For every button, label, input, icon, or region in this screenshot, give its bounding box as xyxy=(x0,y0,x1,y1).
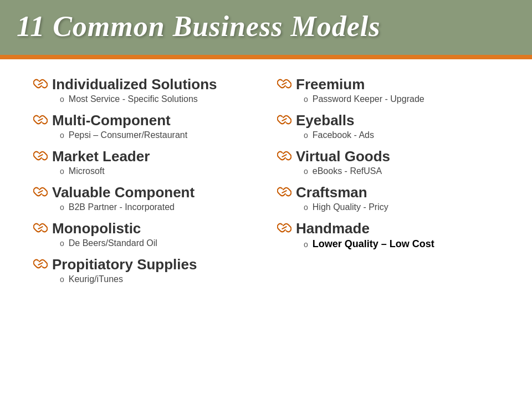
sub-bullet-eyeballs: o xyxy=(304,131,308,140)
main-item-craftsman: Craftsman xyxy=(277,184,510,201)
item-group-craftsman: CraftsmanoHigh Quality - Pricy xyxy=(277,184,510,212)
link-icon-individualized-solutions xyxy=(33,78,48,92)
sub-label-individualized-solutions: Most Service - Specific Solutions xyxy=(69,94,198,104)
svg-line-7 xyxy=(282,119,286,121)
sub-bullet-virtual-goods: o xyxy=(304,167,308,176)
sub-bullet-market-leader: o xyxy=(60,167,64,176)
sub-label-multi-component: Pepsi – Consumer/Restaurant xyxy=(69,130,187,140)
sub-bullet-craftsman: o xyxy=(304,203,308,212)
content-area: Individualized SolutionsoMost Service - … xyxy=(0,59,532,387)
orange-bar xyxy=(0,55,532,59)
item-group-handmade: HandmadeoLower Quality – Low Cost xyxy=(277,220,510,250)
main-item-market-leader: Market Leader xyxy=(33,148,266,165)
item-group-multi-component: Multi-ComponentoPepsi – Consumer/Restaur… xyxy=(33,112,266,140)
sub-item-craftsman: oHigh Quality - Pricy xyxy=(277,202,510,212)
main-label-monopolistic: Monopolistic xyxy=(52,220,141,237)
sub-item-monopolistic: oDe Beers/Standard Oil xyxy=(33,238,266,248)
sub-bullet-propitiatory-supplies: o xyxy=(60,275,64,284)
svg-line-0 xyxy=(38,83,42,85)
svg-line-5 xyxy=(38,263,42,265)
sub-item-eyeballs: oFacebook - Ads xyxy=(277,130,510,140)
svg-line-2 xyxy=(38,155,42,157)
main-label-craftsman: Craftsman xyxy=(296,184,367,201)
sub-bullet-freemium: o xyxy=(304,95,308,104)
sub-bullet-valuable-component: o xyxy=(60,203,64,212)
sub-item-virtual-goods: oeBooks - RefUSA xyxy=(277,166,510,176)
sub-bullet-monopolistic: o xyxy=(60,239,64,248)
link-icon-propitiatory-supplies xyxy=(33,258,48,272)
header-title: 11 Common Business Models xyxy=(17,10,515,43)
column-0: Individualized SolutionsoMost Service - … xyxy=(33,76,266,376)
sub-item-freemium: oPassword Keeper - Upgrade xyxy=(277,94,510,104)
link-icon-virtual-goods xyxy=(277,150,291,164)
item-group-market-leader: Market LeaderoMicrosoft xyxy=(33,148,266,176)
main-label-valuable-component: Valuable Component xyxy=(52,184,195,201)
sub-label-valuable-component: B2B Partner - Incorporated xyxy=(69,202,175,212)
main-item-individualized-solutions: Individualized Solutions xyxy=(33,76,266,93)
main-label-eyeballs: Eyeballs xyxy=(296,112,355,129)
link-icon-multi-component xyxy=(33,114,48,128)
sub-label-market-leader: Microsoft xyxy=(69,166,105,176)
main-item-multi-component: Multi-Component xyxy=(33,112,266,129)
link-icon-monopolistic xyxy=(33,222,48,236)
link-icon-valuable-component xyxy=(33,186,48,200)
link-icon-market-leader xyxy=(33,150,48,164)
main-label-market-leader: Market Leader xyxy=(52,148,150,165)
header: 11 Common Business Models xyxy=(0,0,532,55)
svg-line-9 xyxy=(282,191,286,193)
main-label-freemium: Freemium xyxy=(296,76,365,93)
svg-line-6 xyxy=(282,83,286,85)
item-group-individualized-solutions: Individualized SolutionsoMost Service - … xyxy=(33,76,266,104)
link-icon-handmade xyxy=(277,222,291,236)
link-icon-eyeballs xyxy=(277,114,291,128)
main-label-individualized-solutions: Individualized Solutions xyxy=(52,76,217,93)
sub-bullet-multi-component: o xyxy=(60,131,64,140)
svg-line-1 xyxy=(38,119,42,121)
sub-bullet-individualized-solutions: o xyxy=(60,95,64,104)
link-icon-freemium xyxy=(277,78,291,92)
main-item-valuable-component: Valuable Component xyxy=(33,184,266,201)
main-label-propitiatory-supplies: Propitiatory Supplies xyxy=(52,256,197,273)
sub-bullet-handmade: o xyxy=(304,240,308,249)
sub-label-freemium: Password Keeper - Upgrade xyxy=(313,94,424,104)
item-group-eyeballs: EyeballsoFacebook - Ads xyxy=(277,112,510,140)
sub-label-craftsman: High Quality - Pricy xyxy=(313,202,388,212)
main-item-monopolistic: Monopolistic xyxy=(33,220,266,237)
link-icon-craftsman xyxy=(277,186,291,200)
item-group-virtual-goods: Virtual GoodsoeBooks - RefUSA xyxy=(277,148,510,176)
item-group-monopolistic: MonopolisticoDe Beers/Standard Oil xyxy=(33,220,266,248)
sub-item-valuable-component: oB2B Partner - Incorporated xyxy=(33,202,266,212)
main-item-freemium: Freemium xyxy=(277,76,510,93)
sub-label-monopolistic: De Beers/Standard Oil xyxy=(69,238,157,248)
svg-line-10 xyxy=(282,227,286,229)
svg-line-8 xyxy=(282,155,286,157)
svg-line-3 xyxy=(38,191,42,193)
main-item-virtual-goods: Virtual Goods xyxy=(277,148,510,165)
main-label-virtual-goods: Virtual Goods xyxy=(296,148,390,165)
main-item-handmade: Handmade xyxy=(277,220,510,237)
sub-label-propitiatory-supplies: Keurig/iTunes xyxy=(69,274,123,284)
sub-item-market-leader: oMicrosoft xyxy=(33,166,266,176)
item-group-valuable-component: Valuable ComponentoB2B Partner - Incorpo… xyxy=(33,184,266,212)
svg-line-4 xyxy=(38,227,42,229)
main-item-eyeballs: Eyeballs xyxy=(277,112,510,129)
item-group-propitiatory-supplies: Propitiatory SuppliesoKeurig/iTunes xyxy=(33,256,266,284)
item-group-freemium: FreemiumoPassword Keeper - Upgrade xyxy=(277,76,510,104)
main-label-handmade: Handmade xyxy=(296,220,370,237)
sub-item-handmade: oLower Quality – Low Cost xyxy=(277,238,510,250)
sub-item-individualized-solutions: oMost Service - Specific Solutions xyxy=(33,94,266,104)
main-label-multi-component: Multi-Component xyxy=(52,112,171,129)
sub-item-multi-component: oPepsi – Consumer/Restaurant xyxy=(33,130,266,140)
sub-item-propitiatory-supplies: oKeurig/iTunes xyxy=(33,274,266,284)
sub-label-eyeballs: Facebook - Ads xyxy=(313,130,374,140)
sub-label-handmade: Lower Quality – Low Cost xyxy=(313,238,434,250)
column-1: FreemiumoPassword Keeper - Upgrade Eyeba… xyxy=(277,76,510,376)
main-item-propitiatory-supplies: Propitiatory Supplies xyxy=(33,256,266,273)
sub-label-virtual-goods: eBooks - RefUSA xyxy=(313,166,382,176)
